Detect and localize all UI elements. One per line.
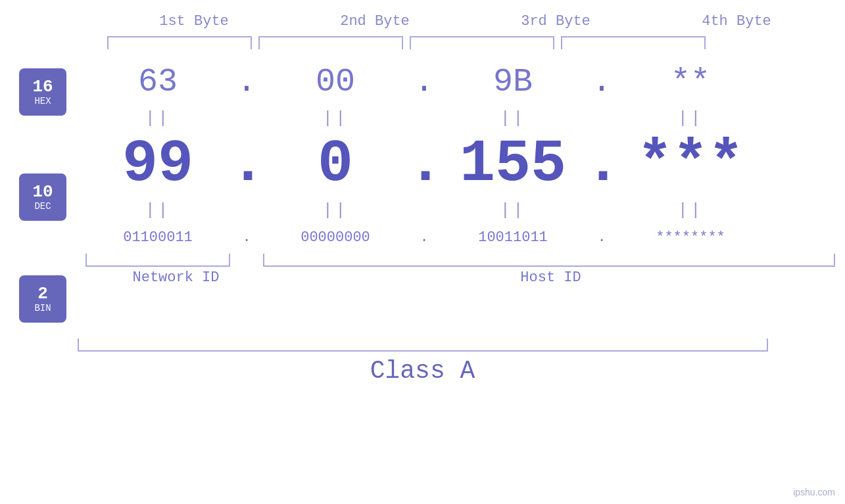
bracket-gap	[230, 254, 263, 267]
eq1-byte3: ||	[441, 108, 585, 128]
dec-badge-num: 10	[32, 183, 53, 202]
byte2-header: 2nd Byte	[302, 13, 447, 30]
network-id-label: Network ID	[85, 269, 266, 286]
bottom-bracket-row	[85, 254, 835, 267]
hex-byte1: 63	[85, 62, 230, 102]
dec-row: 99 . 0 . 155 . ***	[85, 135, 835, 194]
bin-byte4: ********	[618, 227, 763, 248]
bin-byte1: 01100011	[85, 227, 230, 248]
hex-badge-row: 16 HEX	[19, 62, 66, 122]
byte1-header: 1st Byte	[122, 13, 266, 30]
hex-byte2: 00	[263, 62, 408, 102]
eq-row-2: || || || ||	[85, 194, 835, 227]
dec-badge: 10 DEC	[19, 173, 66, 221]
hex-byte4: **	[618, 62, 763, 102]
byte3-header: 3rd Byte	[483, 13, 628, 30]
class-label: Class A	[0, 357, 845, 385]
hex-badge-label: HEX	[34, 96, 51, 106]
bin-dot1: .	[230, 229, 263, 246]
eq2-byte4: ||	[618, 200, 763, 220]
eq2-byte1: ||	[85, 200, 230, 220]
dec-byte1: 99	[85, 135, 230, 194]
hex-byte3: 9B	[441, 62, 585, 102]
eq2-byte2: ||	[263, 200, 408, 220]
top-bracket	[104, 36, 827, 49]
bracket-4	[561, 36, 706, 49]
bin-badge: 2 BIN	[19, 275, 66, 323]
hex-row: 63 . 00 . 9B . **	[85, 62, 835, 102]
eq-row-1: || || || ||	[85, 102, 835, 135]
bin-badge-num: 2	[37, 285, 48, 304]
hex-dot2: .	[408, 62, 441, 102]
hex-dot1: .	[230, 62, 263, 102]
host-bracket	[263, 254, 835, 267]
class-row: Class A	[0, 338, 845, 385]
bin-row: 01100011 . 00000000 . 10011011 . *******…	[85, 227, 835, 248]
eq2-byte3: ||	[441, 200, 585, 220]
data-area: 63 . 00 . 9B . ** || ||	[85, 62, 845, 286]
content-area: 16 HEX 10 DEC 2 BIN	[0, 62, 845, 325]
dec-dot2: .	[408, 135, 441, 194]
hex-badge: 16 HEX	[19, 68, 66, 116]
dec-byte4: ***	[618, 135, 763, 194]
class-bracket	[78, 338, 768, 352]
main-container: 1st Byte 2nd Byte 3rd Byte 4th Byte 16 H…	[0, 0, 845, 504]
bin-byte2: 00000000	[263, 227, 408, 248]
dec-badge-row: 10 DEC	[19, 154, 66, 240]
eq1-byte2: ||	[263, 108, 408, 128]
hex-dot3: .	[585, 62, 618, 102]
eq1-byte1: ||	[85, 108, 230, 128]
host-id-label: Host ID	[266, 269, 835, 286]
bracket-2	[258, 36, 403, 49]
dec-badge-label: DEC	[34, 201, 51, 212]
bin-dot3: .	[585, 229, 618, 246]
network-bracket	[85, 254, 230, 267]
bin-badge-row: 2 BIN	[19, 273, 66, 325]
bin-badge-label: BIN	[34, 303, 51, 313]
dec-dot3: .	[585, 135, 618, 194]
dec-dot1: .	[230, 135, 263, 194]
bin-byte3: 10011011	[441, 227, 585, 248]
bracket-1	[107, 36, 252, 49]
byte4-header: 4th Byte	[664, 13, 809, 30]
badges-column: 16 HEX 10 DEC 2 BIN	[0, 62, 85, 325]
eq1-byte4: ||	[618, 108, 763, 128]
dec-byte3: 155	[441, 135, 585, 194]
bin-dot2: .	[408, 229, 441, 246]
bracket-3	[410, 36, 554, 49]
dec-byte2: 0	[263, 135, 408, 194]
watermark: ipshu.com	[793, 487, 835, 497]
labels-row: Network ID Host ID	[85, 269, 835, 286]
hex-badge-num: 16	[32, 78, 53, 97]
byte-headers: 1st Byte 2nd Byte 3rd Byte 4th Byte	[104, 13, 827, 30]
